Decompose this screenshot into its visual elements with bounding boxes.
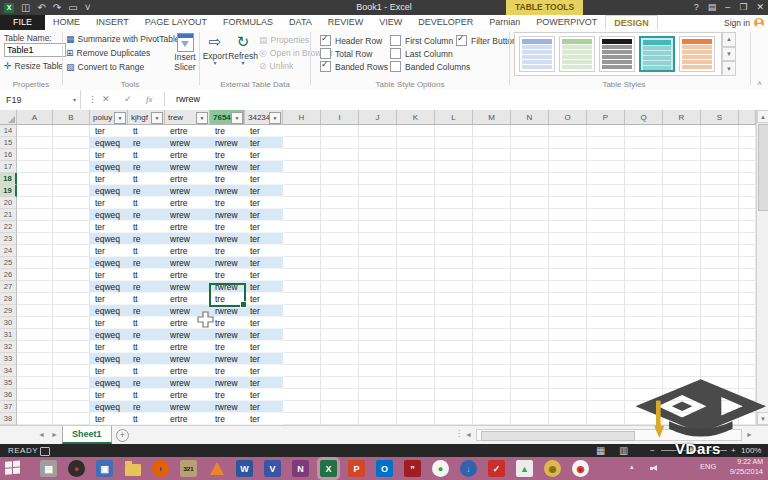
cell-empty[interactable]	[435, 125, 473, 137]
cell-empty[interactable]	[53, 245, 90, 257]
cell-empty[interactable]	[587, 149, 625, 161]
cell-data[interactable]: ertre	[165, 365, 210, 377]
cell-empty[interactable]	[473, 413, 511, 425]
cell-empty[interactable]	[473, 149, 511, 161]
cell-empty[interactable]	[739, 161, 756, 173]
cell-empty[interactable]	[321, 221, 359, 233]
gallery-down-icon[interactable]: ▼	[722, 47, 736, 62]
cell-empty[interactable]	[663, 329, 701, 341]
taskbar-photo-icon[interactable]: ▲	[516, 460, 533, 477]
cell-data[interactable]: rwrew	[210, 233, 245, 245]
cell-empty[interactable]	[473, 233, 511, 245]
cell-data[interactable]: wrew	[165, 281, 210, 293]
cell-empty[interactable]	[53, 161, 90, 173]
ribbon-display-button[interactable]: ▤	[708, 0, 717, 15]
cell-data[interactable]: ter	[245, 185, 283, 197]
cell-empty[interactable]	[511, 329, 549, 341]
cell-empty[interactable]	[321, 149, 359, 161]
cell-empty[interactable]	[397, 353, 435, 365]
table-style-green[interactable]	[559, 36, 595, 72]
cell-empty[interactable]	[663, 269, 701, 281]
cell-data[interactable]: tt	[128, 389, 165, 401]
cell-empty[interactable]	[17, 281, 53, 293]
row-header-26[interactable]: 26	[0, 269, 17, 281]
cell-data[interactable]: tt	[128, 413, 165, 425]
gallery-up-icon[interactable]: ▲	[722, 32, 736, 47]
cell-empty[interactable]	[359, 413, 397, 425]
cell-data[interactable]: rwrew	[210, 161, 245, 173]
taskbar-browser-icon[interactable]: ●	[68, 460, 85, 477]
row-header-20[interactable]: 20	[0, 197, 17, 209]
cell-empty[interactable]	[625, 161, 663, 173]
taskbar-outlook-icon[interactable]: O	[376, 460, 393, 477]
enter-formula-button[interactable]: ✓	[124, 90, 132, 109]
cell-empty[interactable]	[549, 281, 587, 293]
cell-empty[interactable]	[397, 209, 435, 221]
cell-empty[interactable]	[587, 269, 625, 281]
cell-empty[interactable]	[397, 161, 435, 173]
row-header-29[interactable]: 29	[0, 305, 17, 317]
cell-data[interactable]: re	[128, 209, 165, 221]
column-header-N[interactable]: N	[511, 110, 549, 125]
cell-data[interactable]: ter	[245, 317, 283, 329]
cell-data[interactable]: rwrew	[210, 401, 245, 413]
cell-data[interactable]: rwrew	[210, 329, 245, 341]
cell-data[interactable]: tt	[128, 125, 165, 137]
cell-data[interactable]: ertre	[165, 269, 210, 281]
cell-empty[interactable]	[511, 185, 549, 197]
cell-empty[interactable]	[663, 233, 701, 245]
row-header-23[interactable]: 23	[0, 233, 17, 245]
cell-data[interactable]: wrew	[165, 209, 210, 221]
cell-empty[interactable]	[701, 413, 739, 425]
cell-data[interactable]: re	[128, 281, 165, 293]
cell-empty[interactable]	[511, 389, 549, 401]
cell-empty[interactable]	[739, 401, 756, 413]
cell-empty[interactable]	[739, 245, 756, 257]
save-button[interactable]: ◫	[21, 0, 30, 15]
cell-empty[interactable]	[511, 281, 549, 293]
cell-empty[interactable]	[435, 401, 473, 413]
zoom-slider[interactable]	[661, 450, 727, 451]
cell-empty[interactable]	[321, 281, 359, 293]
name-box-caret-icon[interactable]: ▾	[73, 96, 80, 103]
cell-empty[interactable]	[549, 161, 587, 173]
row-header-14[interactable]: 14	[0, 125, 17, 137]
cell-empty[interactable]	[473, 269, 511, 281]
cell-empty[interactable]	[283, 329, 321, 341]
cell-data[interactable]: tre	[210, 245, 245, 257]
vertical-scrollbar[interactable]: ▲ ▼	[756, 110, 768, 425]
cell-empty[interactable]	[663, 209, 701, 221]
checkbox-banded-columns[interactable]: Banded Columns	[390, 61, 470, 72]
cell-empty[interactable]	[663, 185, 701, 197]
cell-empty[interactable]	[511, 365, 549, 377]
cell-empty[interactable]	[549, 353, 587, 365]
checkbox-last-column[interactable]: Last Column	[390, 48, 453, 59]
cell-empty[interactable]	[17, 329, 53, 341]
cell-empty[interactable]	[359, 341, 397, 353]
cell-empty[interactable]	[587, 137, 625, 149]
cell-empty[interactable]	[511, 401, 549, 413]
cell-empty[interactable]	[321, 257, 359, 269]
cell-data[interactable]: ter	[245, 341, 283, 353]
cell-data[interactable]: tre	[210, 173, 245, 185]
cell-empty[interactable]	[283, 125, 321, 137]
taskbar-excel-icon[interactable]: X	[320, 460, 337, 477]
cell-empty[interactable]	[435, 221, 473, 233]
column-header-O[interactable]: O	[549, 110, 587, 125]
cell-empty[interactable]	[397, 137, 435, 149]
cell-data[interactable]: tre	[210, 413, 245, 425]
zoom-level[interactable]: 100%	[741, 444, 761, 457]
cell-data[interactable]: ter	[90, 413, 128, 425]
cell-empty[interactable]	[701, 209, 739, 221]
column-header-trew[interactable]: trew▼	[165, 110, 210, 125]
cell-empty[interactable]	[283, 185, 321, 197]
taskbar-mediaplayer-icon[interactable]: 321	[180, 460, 197, 477]
cell-empty[interactable]	[435, 209, 473, 221]
cell-empty[interactable]	[17, 377, 53, 389]
cell-empty[interactable]	[473, 125, 511, 137]
cell-data[interactable]: tt	[128, 293, 165, 305]
cell-empty[interactable]	[53, 305, 90, 317]
cell-empty[interactable]	[625, 389, 663, 401]
cell-empty[interactable]	[511, 125, 549, 137]
cell-empty[interactable]	[587, 209, 625, 221]
